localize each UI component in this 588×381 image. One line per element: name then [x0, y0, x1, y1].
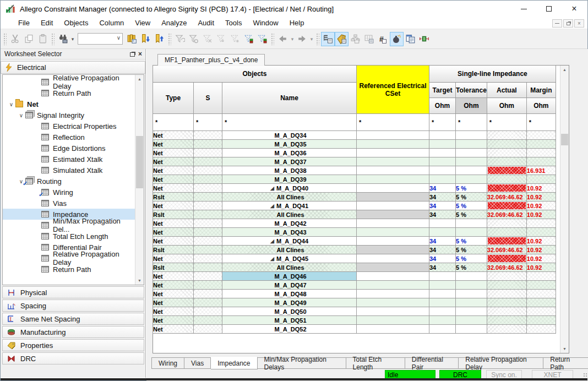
referenced-cset-cell[interactable]	[357, 237, 429, 246]
grid-row[interactable]: Rslt All Clines 34 5 % 32.069:46.62 10.9…	[153, 210, 556, 219]
forward-icon[interactable]	[295, 32, 309, 46]
filter-fail-results-icon[interactable]	[255, 32, 269, 46]
scroll-down-icon[interactable]: ▼	[560, 345, 569, 353]
margin-cell[interactable]	[526, 290, 556, 298]
referenced-cset-cell[interactable]	[357, 157, 429, 166]
tree-item[interactable]: Min/Max Propagation Del...	[3, 220, 135, 231]
grid-row[interactable]: Net M_A_DQ47	[153, 281, 556, 290]
s-cell[interactable]	[194, 290, 222, 298]
margin-cell[interactable]	[526, 219, 556, 228]
worksheet-tab[interactable]: Return Path	[543, 357, 588, 369]
margin-cell[interactable]: 10.92	[526, 184, 556, 193]
tree-item[interactable]: Relative Propagation Delay	[3, 253, 135, 264]
s-cell[interactable]	[194, 228, 222, 237]
tolerance-cell[interactable]	[456, 157, 487, 166]
s-cell[interactable]	[194, 193, 222, 202]
grid-row[interactable]: Net M_A_DQ42	[153, 219, 556, 228]
name-cell[interactable]: M_A_DQ36	[222, 149, 357, 157]
maximize-button[interactable]	[536, 1, 562, 17]
menu-item[interactable]: Window	[247, 18, 284, 28]
type-cell[interactable]: Net	[153, 254, 194, 263]
s-column-header[interactable]: S	[194, 83, 222, 114]
sidebar-section-drc[interactable]: DRC	[2, 352, 144, 364]
target-cell[interactable]	[429, 298, 456, 307]
close-button[interactable]: ×	[562, 1, 587, 17]
s-cell[interactable]	[194, 325, 222, 334]
actual-cell[interactable]	[487, 184, 526, 193]
tree-item[interactable]: Electrical Properties	[3, 121, 135, 132]
referenced-cset-cell[interactable]	[357, 140, 429, 149]
actual-cell[interactable]: 32.069:46.62	[487, 263, 526, 272]
grid-scrollbar[interactable]: ▲ ▼	[560, 66, 569, 353]
name-cell[interactable]: M_A_DQ38	[222, 166, 357, 175]
grid-row[interactable]: Net ◢M_A_DQ40 34 5 % 10.92	[153, 184, 556, 193]
objects-group-header[interactable]: Objects	[153, 66, 357, 83]
margin-cell[interactable]	[526, 307, 556, 316]
grid-row[interactable]: Net M_A_DQ38 16.931	[153, 166, 556, 175]
document-tab[interactable]: MF1_Panther_plus_C_v4_done	[157, 54, 265, 66]
target-cell[interactable]	[429, 307, 456, 316]
filter-refresh-icon[interactable]	[173, 32, 187, 46]
referenced-cset-cell[interactable]	[357, 281, 429, 290]
mdi-minimize-button[interactable]	[552, 19, 562, 28]
combobox-chevron-icon[interactable]: ∨	[117, 35, 121, 41]
scroll-up-icon[interactable]: ▲	[560, 66, 569, 74]
target-column-header[interactable]: Target	[429, 83, 456, 98]
resize-grip[interactable]	[583, 373, 587, 377]
actual-cell[interactable]	[487, 149, 526, 157]
type-cell[interactable]: Net	[153, 290, 194, 298]
name-cell[interactable]: M_A_DQ49	[222, 298, 357, 307]
type-cell[interactable]: Rslt	[153, 263, 194, 272]
actual-cell[interactable]	[487, 237, 526, 246]
toolbar-grip[interactable]	[51, 33, 55, 45]
goto-previous-bookmark-icon[interactable]	[153, 32, 166, 46]
margin-cell[interactable]	[526, 272, 556, 281]
tolerance-cell[interactable]	[456, 219, 487, 228]
actual-cell[interactable]	[487, 272, 526, 281]
tolerance-cell[interactable]: 5 %	[456, 246, 487, 254]
name-cell[interactable]: M_A_DQ50	[222, 307, 357, 316]
back-icon[interactable]	[276, 32, 290, 46]
float-panel-icon[interactable]	[130, 52, 135, 57]
target-cell[interactable]	[429, 228, 456, 237]
tolerance-cell[interactable]	[456, 272, 487, 281]
tolerance-column-header[interactable]: Tolerance	[456, 83, 487, 98]
expand-mark-icon[interactable]: ◢	[270, 256, 274, 262]
worksheet-selector-icon[interactable]	[321, 32, 335, 46]
target-cell[interactable]: 34	[429, 263, 456, 272]
unit-header[interactable]: Ohm	[526, 98, 556, 114]
s-cell[interactable]	[194, 184, 222, 193]
s-cell[interactable]	[194, 175, 222, 184]
type-cell[interactable]: Net	[153, 307, 194, 316]
target-cell[interactable]	[429, 149, 456, 157]
actual-column-header[interactable]: Actual	[487, 83, 526, 98]
name-cell[interactable]: ◢M_A_DQ41	[222, 202, 357, 210]
name-cell[interactable]: M_A_DQ47	[222, 281, 357, 290]
grid-row[interactable]: Net ◢M_A_DQ45 34 5 % 10.92	[153, 254, 556, 263]
grid-row[interactable]: Net M_A_DQ34	[153, 131, 556, 140]
type-cell[interactable]: Rslt	[153, 210, 194, 219]
expand-chevron-icon[interactable]: ∨	[7, 101, 15, 107]
unit-header[interactable]: Ohm	[487, 98, 526, 114]
margin-cell[interactable]	[526, 131, 556, 140]
mdi-restore-button[interactable]	[563, 19, 573, 28]
name-cell[interactable]: ◢M_A_DQ45	[222, 254, 357, 263]
forward-dropdown-arrow[interactable]: ▾	[309, 36, 314, 42]
grid-row[interactable]: Net M_A_DQ48	[153, 290, 556, 298]
worksheet-tab[interactable]: Impedance	[211, 357, 257, 369]
grid-row[interactable]: Net M_A_DQ52	[153, 325, 556, 334]
worksheet-tab[interactable]: Min/Max Propagation Delays	[258, 357, 346, 369]
close-panel-icon[interactable]: ×	[138, 51, 142, 57]
filter-cell[interactable]: *	[194, 114, 222, 131]
s-cell[interactable]	[194, 202, 222, 210]
target-cell[interactable]	[429, 157, 456, 166]
margin-cell[interactable]	[526, 325, 556, 334]
scroll-down-icon[interactable]: ▼	[135, 276, 144, 285]
s-cell[interactable]	[194, 272, 222, 281]
actual-cell[interactable]	[487, 316, 526, 325]
margin-cell[interactable]	[526, 298, 556, 307]
find-icon[interactable]	[56, 32, 70, 46]
margin-cell[interactable]	[526, 149, 556, 157]
filter-apply-icon[interactable]	[214, 32, 228, 46]
type-cell[interactable]: Net	[153, 228, 194, 237]
